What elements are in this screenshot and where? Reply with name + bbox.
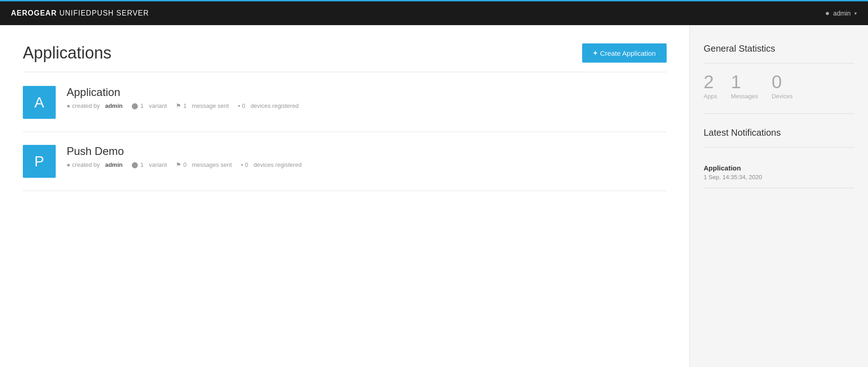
app-info: Application ● created by admin ⬤ 1 varia… — [67, 86, 667, 109]
avatar: A — [23, 86, 56, 119]
stat-apps-label: Apps — [704, 93, 717, 100]
stat-messages-label: Messages — [731, 93, 758, 100]
variant-count: ⬤ 1 variant — [132, 161, 167, 168]
device-count: ▪ 0 devices registered — [238, 102, 299, 109]
brand-logo: AEROGEAR UNIFIEDPUSH SERVER — [11, 9, 149, 17]
stat-devices-label: Devices — [772, 93, 793, 100]
app-list: A Application ● created by admin ⬤ 1 var… — [23, 81, 667, 191]
main-panel: Applications + Create Application A Appl… — [0, 25, 690, 367]
flag-icon: ⚑ — [176, 161, 181, 168]
app-meta: ● created by admin ⬤ 1 variant ⚑ 1 messa… — [67, 102, 667, 109]
created-by: ● created by admin — [67, 161, 122, 168]
device-icon: ▪ — [238, 102, 240, 109]
sidebar-panel: General Statistics 2 Apps 1 Messages 0 D… — [690, 25, 868, 367]
latest-notifications-title: Latest Notifications — [704, 128, 854, 148]
flag-icon: ⚑ — [176, 102, 181, 109]
plus-icon: + — [593, 49, 597, 57]
stats-row: 2 Apps 1 Messages 0 Devices — [704, 73, 854, 114]
chevron-down-icon: ▾ — [854, 11, 857, 16]
message-count: ⚑ 1 message sent — [176, 102, 229, 109]
person-icon: ● — [67, 161, 70, 168]
general-statistics-title: General Statistics — [704, 43, 854, 64]
variant-count: ⬤ 1 variant — [132, 102, 167, 109]
brand-name-light: UNIFIEDPUSH SERVER — [57, 9, 149, 17]
device-icon: ▪ — [241, 161, 243, 168]
list-item[interactable]: A Application ● created by admin ⬤ 1 var… — [23, 81, 667, 132]
page-body: Applications + Create Application A Appl… — [0, 25, 868, 367]
stat-devices-number: 0 — [772, 73, 793, 91]
main-header: Applications + Create Application — [23, 43, 667, 72]
created-by: ● created by admin — [67, 102, 122, 109]
stat-apps: 2 Apps — [704, 73, 717, 100]
stat-devices: 0 Devices — [772, 73, 793, 100]
app-meta: ● created by admin ⬤ 1 variant ⚑ 0 messa… — [67, 161, 667, 168]
app-name: Application — [67, 86, 667, 99]
user-icon: ● — [825, 9, 830, 17]
app-name: Push Demo — [67, 145, 667, 158]
device-count: ▪ 0 devices registered — [241, 161, 302, 168]
page-title: Applications — [23, 43, 111, 63]
top-navbar: AEROGEAR UNIFIEDPUSH SERVER ● admin ▾ — [0, 0, 868, 25]
user-label: admin — [833, 10, 851, 17]
app-info: Push Demo ● created by admin ⬤ 1 variant… — [67, 145, 667, 168]
stat-apps-number: 2 — [704, 73, 717, 91]
stat-messages: 1 Messages — [731, 73, 758, 100]
list-item[interactable]: P Push Demo ● created by admin ⬤ 1 varia… — [23, 132, 667, 191]
notification-timestamp: 1 Sep, 14:35:34, 2020 — [704, 174, 854, 181]
notification-app-name: Application — [704, 164, 854, 172]
variant-icon: ⬤ — [132, 161, 138, 168]
avatar: P — [23, 145, 56, 178]
stat-messages-number: 1 — [731, 73, 758, 91]
person-icon: ● — [67, 102, 70, 109]
notification-item: Application 1 Sep, 14:35:34, 2020 — [704, 157, 854, 188]
create-application-button[interactable]: + Create Application — [582, 43, 667, 63]
create-application-label: Create Application — [600, 49, 656, 57]
message-count: ⚑ 0 messages sent — [176, 161, 231, 168]
brand-name-bold: AEROGEAR — [11, 9, 57, 17]
variant-icon: ⬤ — [132, 102, 138, 109]
user-menu[interactable]: ● admin ▾ — [825, 9, 857, 17]
